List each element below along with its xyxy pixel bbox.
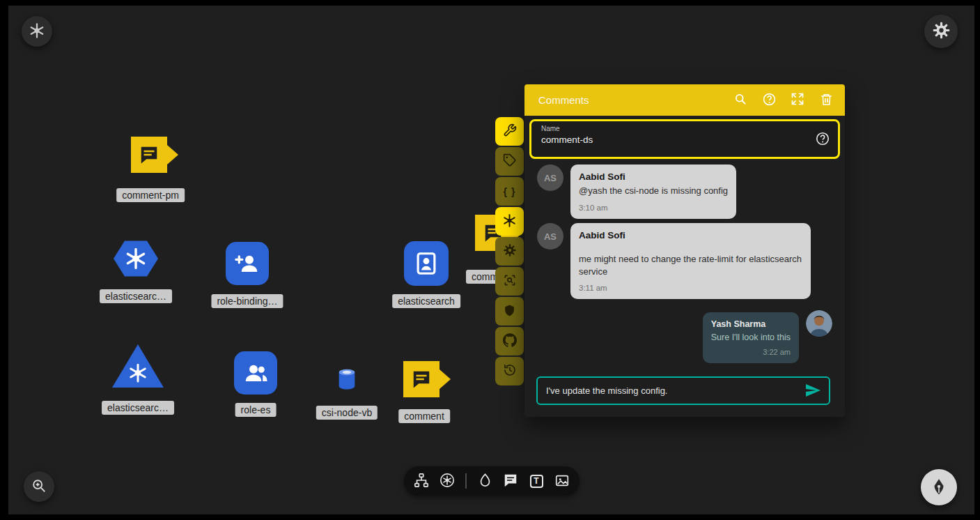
tag-button[interactable] (495, 147, 524, 176)
help-button[interactable] (761, 93, 777, 108)
expand-icon (791, 92, 804, 108)
hierarchy-icon (414, 473, 429, 490)
kubernetes-context-button[interactable] (22, 16, 52, 47)
node-label-elasticsearch-tri[interactable]: elasticsearc… (102, 401, 174, 415)
node-label-elasticsearch-hex[interactable]: elasticsearc… (100, 289, 172, 303)
node-elasticsearch-triangle[interactable] (112, 344, 164, 388)
speech-bubble-icon (411, 369, 432, 390)
settings-button[interactable] (924, 15, 958, 48)
name-help-button[interactable] (814, 131, 831, 148)
gear-icon (932, 21, 951, 42)
node-elasticsearch-hexagon[interactable] (114, 238, 158, 279)
kubernetes-icon (29, 22, 45, 41)
wrench-icon (503, 123, 517, 139)
message-bubble: Aabid Sofi @yash the csi-node is missing… (570, 165, 736, 219)
avatar: AS (537, 223, 563, 250)
person-plus-icon (235, 251, 260, 276)
node-label-csi-node-vb[interactable]: csi-node-vb (316, 406, 378, 420)
pen-tool-button[interactable] (921, 469, 957, 505)
people-icon (243, 360, 268, 385)
comments-panel: Comments (524, 84, 845, 417)
scan-search-icon (503, 273, 517, 289)
node-label-comment[interactable]: comment (398, 409, 450, 423)
chat-message: Yash Sharma Sure I'll look into this 3:2… (703, 310, 832, 363)
message-time: 3:22 am (711, 348, 791, 356)
message-author: Aabid Sofi (579, 230, 802, 240)
design-canvas[interactable]: comment-pm elasticsearc… role-binding… (8, 6, 974, 514)
message-author: Yash Sharma (711, 319, 791, 329)
search-button[interactable] (733, 93, 748, 108)
message-time: 3:10 am (579, 204, 728, 212)
tag-icon (503, 153, 517, 169)
help-icon (762, 92, 777, 109)
braces-icon: { } (504, 186, 516, 197)
security-button[interactable] (495, 297, 524, 326)
zoom-icon (31, 478, 47, 496)
chat-message: AS Aabid Sofi me might need to change th… (537, 223, 811, 299)
node-label-comment-pm[interactable]: comment-pm (116, 188, 185, 202)
reply-composer (536, 376, 830, 405)
node-elasticsearch-serviceaccount[interactable] (404, 241, 449, 286)
canvas-tools-toolbar: T (404, 466, 580, 496)
reply-input[interactable] (546, 385, 804, 396)
panel-title: Comments (538, 94, 589, 106)
history-button[interactable] (495, 357, 524, 385)
kubernetes-icon (124, 247, 148, 270)
help-icon (815, 138, 830, 148)
comment-tool-button[interactable] (500, 471, 521, 491)
inspect-button[interactable] (495, 267, 524, 296)
trash-icon (820, 93, 833, 108)
message-time: 3:11 am (579, 284, 802, 292)
name-field-wrapper: Name (529, 119, 840, 159)
search-icon (733, 92, 747, 108)
comment-icon (503, 473, 518, 490)
speech-bubble-icon (139, 144, 160, 165)
history-icon (503, 363, 517, 379)
badge-person-icon (413, 250, 440, 277)
kubernetes-icon (502, 213, 517, 230)
toolbar-divider (465, 473, 467, 489)
gear-icon (503, 243, 517, 259)
avatar-photo (806, 310, 832, 337)
node-role-es[interactable] (234, 351, 277, 395)
shapes-tool-button[interactable] (474, 471, 495, 491)
node-label-role-binding[interactable]: role-binding… (211, 294, 283, 308)
name-input[interactable] (541, 135, 809, 145)
kubernetes-icon (127, 362, 148, 383)
github-icon (503, 333, 517, 349)
message-bubble: Yash Sharma Sure I'll look into this 3:2… (703, 312, 799, 363)
kubernetes-button[interactable] (495, 207, 524, 236)
node-csi-node-vb[interactable] (335, 367, 359, 391)
node-label-role-es[interactable]: role-es (235, 403, 277, 417)
name-field-label: Name (541, 125, 830, 132)
node-comment[interactable] (403, 361, 440, 397)
kubernetes-tool-button[interactable] (437, 471, 458, 491)
expand-button[interactable] (790, 93, 805, 108)
shield-icon (503, 304, 516, 319)
message-text: me might need to change the rate-limit f… (579, 253, 802, 277)
message-text: Sure I'll look into this (711, 332, 791, 344)
zoom-button[interactable] (24, 471, 54, 502)
node-label-elasticsearch[interactable]: elasticsearch (392, 294, 460, 308)
comment-node-shape (131, 137, 167, 173)
node-context-toolbar: { } (495, 117, 524, 385)
comments-panel-header[interactable]: Comments (524, 84, 845, 116)
avatar: AS (537, 165, 563, 191)
text-tool-icon: T (530, 475, 543, 488)
kubernetes-circle-icon (440, 473, 455, 490)
message-bubble: Aabid Sofi me might need to change the r… (570, 223, 811, 299)
github-button[interactable] (495, 327, 524, 355)
send-button[interactable] (804, 382, 822, 400)
database-icon (335, 367, 359, 391)
config-button[interactable] (495, 237, 524, 266)
screenshot-tool-button[interactable] (552, 471, 573, 491)
screenshot-icon (554, 473, 570, 490)
text-tool-button[interactable]: T (526, 471, 547, 491)
node-role-binding[interactable] (226, 242, 269, 285)
delete-button[interactable] (818, 93, 834, 108)
comment-node-shape (403, 361, 440, 397)
braces-button[interactable]: { } (495, 177, 524, 206)
wrench-button[interactable] (495, 117, 524, 146)
hierarchy-tool-button[interactable] (411, 471, 432, 491)
node-comment-pm[interactable] (131, 137, 167, 173)
